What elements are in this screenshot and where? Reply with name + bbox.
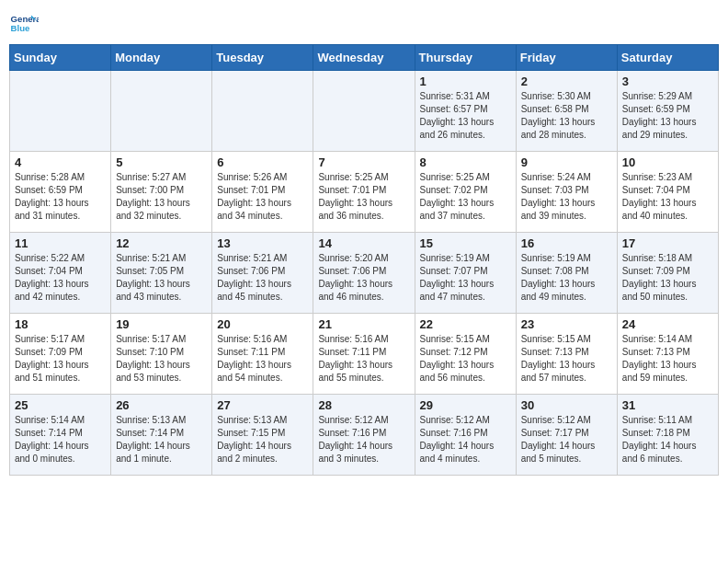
day-number: 25 <box>15 398 106 412</box>
day-info: Sunrise: 5:15 AM Sunset: 7:13 PM Dayligh… <box>521 333 612 385</box>
day-number: 19 <box>116 317 207 331</box>
day-number: 22 <box>420 317 511 331</box>
day-number: 23 <box>521 317 612 331</box>
day-info: Sunrise: 5:17 AM Sunset: 7:09 PM Dayligh… <box>15 333 106 385</box>
day-info: Sunrise: 5:16 AM Sunset: 7:11 PM Dayligh… <box>318 333 409 385</box>
day-number: 4 <box>15 155 106 169</box>
day-number: 18 <box>15 317 106 331</box>
calendar-cell: 2Sunrise: 5:30 AM Sunset: 6:58 PM Daylig… <box>516 71 617 152</box>
calendar-cell: 9Sunrise: 5:24 AM Sunset: 7:03 PM Daylig… <box>516 152 617 233</box>
calendar-week-1: 1Sunrise: 5:31 AM Sunset: 6:57 PM Daylig… <box>10 71 719 152</box>
calendar-cell: 26Sunrise: 5:13 AM Sunset: 7:14 PM Dayli… <box>111 395 212 476</box>
day-info: Sunrise: 5:17 AM Sunset: 7:10 PM Dayligh… <box>116 333 207 385</box>
calendar-week-5: 25Sunrise: 5:14 AM Sunset: 7:14 PM Dayli… <box>10 395 719 476</box>
calendar-cell: 21Sunrise: 5:16 AM Sunset: 7:11 PM Dayli… <box>313 314 415 395</box>
calendar-cell: 30Sunrise: 5:12 AM Sunset: 7:17 PM Dayli… <box>516 395 617 476</box>
day-info: Sunrise: 5:27 AM Sunset: 7:00 PM Dayligh… <box>116 171 207 223</box>
day-number: 8 <box>420 155 511 169</box>
weekday-header-sunday: Sunday <box>10 45 111 71</box>
day-info: Sunrise: 5:22 AM Sunset: 7:04 PM Dayligh… <box>15 252 106 304</box>
day-info: Sunrise: 5:19 AM Sunset: 7:08 PM Dayligh… <box>521 252 612 304</box>
day-number: 11 <box>15 236 106 250</box>
calendar-cell: 11Sunrise: 5:22 AM Sunset: 7:04 PM Dayli… <box>10 233 111 314</box>
day-info: Sunrise: 5:13 AM Sunset: 7:15 PM Dayligh… <box>217 414 308 465</box>
logo: General Blue <box>9 9 42 39</box>
calendar-cell: 10Sunrise: 5:23 AM Sunset: 7:04 PM Dayli… <box>617 152 718 233</box>
weekday-header-wednesday: Wednesday <box>313 45 415 71</box>
calendar-cell: 17Sunrise: 5:18 AM Sunset: 7:09 PM Dayli… <box>617 233 718 314</box>
day-number: 1 <box>420 75 511 88</box>
calendar-cell: 25Sunrise: 5:14 AM Sunset: 7:14 PM Dayli… <box>10 395 111 476</box>
day-info: Sunrise: 5:14 AM Sunset: 7:14 PM Dayligh… <box>15 414 106 465</box>
calendar-cell <box>111 71 212 152</box>
day-info: Sunrise: 5:29 AM Sunset: 6:59 PM Dayligh… <box>622 90 713 142</box>
calendar-cell: 23Sunrise: 5:15 AM Sunset: 7:13 PM Dayli… <box>516 314 617 395</box>
day-number: 14 <box>318 236 409 250</box>
weekday-header-tuesday: Tuesday <box>212 45 313 71</box>
day-info: Sunrise: 5:26 AM Sunset: 7:01 PM Dayligh… <box>217 171 308 223</box>
calendar-cell <box>313 71 415 152</box>
weekday-header-thursday: Thursday <box>415 45 516 71</box>
calendar-cell: 3Sunrise: 5:29 AM Sunset: 6:59 PM Daylig… <box>617 71 718 152</box>
calendar-cell: 12Sunrise: 5:21 AM Sunset: 7:05 PM Dayli… <box>111 233 212 314</box>
calendar-cell: 1Sunrise: 5:31 AM Sunset: 6:57 PM Daylig… <box>415 71 516 152</box>
calendar-cell: 7Sunrise: 5:25 AM Sunset: 7:01 PM Daylig… <box>313 152 415 233</box>
calendar-cell: 6Sunrise: 5:26 AM Sunset: 7:01 PM Daylig… <box>212 152 313 233</box>
day-info: Sunrise: 5:11 AM Sunset: 7:18 PM Dayligh… <box>622 414 713 465</box>
day-number: 28 <box>318 398 409 412</box>
day-info: Sunrise: 5:23 AM Sunset: 7:04 PM Dayligh… <box>622 171 713 223</box>
calendar-cell: 31Sunrise: 5:11 AM Sunset: 7:18 PM Dayli… <box>617 395 718 476</box>
day-number: 5 <box>116 155 207 169</box>
day-info: Sunrise: 5:12 AM Sunset: 7:16 PM Dayligh… <box>318 414 409 465</box>
calendar-cell: 18Sunrise: 5:17 AM Sunset: 7:09 PM Dayli… <box>10 314 111 395</box>
day-number: 31 <box>622 398 713 412</box>
calendar-cell: 16Sunrise: 5:19 AM Sunset: 7:08 PM Dayli… <box>516 233 617 314</box>
weekday-header-saturday: Saturday <box>617 45 718 71</box>
calendar-cell: 22Sunrise: 5:15 AM Sunset: 7:12 PM Dayli… <box>415 314 516 395</box>
day-number: 17 <box>622 236 713 250</box>
day-info: Sunrise: 5:16 AM Sunset: 7:11 PM Dayligh… <box>217 333 308 385</box>
day-number: 20 <box>217 317 308 331</box>
day-number: 15 <box>420 236 511 250</box>
weekday-header-monday: Monday <box>111 45 212 71</box>
day-number: 29 <box>420 398 511 412</box>
day-number: 13 <box>217 236 308 250</box>
calendar-cell <box>212 71 313 152</box>
day-info: Sunrise: 5:12 AM Sunset: 7:17 PM Dayligh… <box>521 414 612 465</box>
calendar-week-4: 18Sunrise: 5:17 AM Sunset: 7:09 PM Dayli… <box>10 314 719 395</box>
calendar-week-2: 4Sunrise: 5:28 AM Sunset: 6:59 PM Daylig… <box>10 152 719 233</box>
calendar-header: SundayMondayTuesdayWednesdayThursdayFrid… <box>10 45 719 71</box>
calendar-cell: 14Sunrise: 5:20 AM Sunset: 7:06 PM Dayli… <box>313 233 415 314</box>
day-number: 21 <box>318 317 409 331</box>
day-number: 7 <box>318 155 409 169</box>
day-number: 12 <box>116 236 207 250</box>
day-number: 16 <box>521 236 612 250</box>
weekday-header-friday: Friday <box>516 45 617 71</box>
svg-text:Blue: Blue <box>11 23 30 33</box>
day-number: 9 <box>521 155 612 169</box>
day-info: Sunrise: 5:21 AM Sunset: 7:05 PM Dayligh… <box>116 252 207 304</box>
calendar-week-3: 11Sunrise: 5:22 AM Sunset: 7:04 PM Dayli… <box>10 233 719 314</box>
day-info: Sunrise: 5:25 AM Sunset: 7:02 PM Dayligh… <box>420 171 511 223</box>
calendar-cell: 13Sunrise: 5:21 AM Sunset: 7:06 PM Dayli… <box>212 233 313 314</box>
calendar-cell: 27Sunrise: 5:13 AM Sunset: 7:15 PM Dayli… <box>212 395 313 476</box>
calendar-cell: 15Sunrise: 5:19 AM Sunset: 7:07 PM Dayli… <box>415 233 516 314</box>
day-info: Sunrise: 5:15 AM Sunset: 7:12 PM Dayligh… <box>420 333 511 385</box>
day-number: 30 <box>521 398 612 412</box>
day-number: 3 <box>622 75 713 88</box>
day-info: Sunrise: 5:21 AM Sunset: 7:06 PM Dayligh… <box>217 252 308 304</box>
calendar-table: SundayMondayTuesdayWednesdayThursdayFrid… <box>9 44 719 476</box>
day-number: 2 <box>521 75 612 88</box>
page-header: General Blue <box>9 9 719 39</box>
day-info: Sunrise: 5:30 AM Sunset: 6:58 PM Dayligh… <box>521 90 612 142</box>
calendar-cell: 19Sunrise: 5:17 AM Sunset: 7:10 PM Dayli… <box>111 314 212 395</box>
day-info: Sunrise: 5:24 AM Sunset: 7:03 PM Dayligh… <box>521 171 612 223</box>
day-info: Sunrise: 5:31 AM Sunset: 6:57 PM Dayligh… <box>420 90 511 142</box>
calendar-cell: 29Sunrise: 5:12 AM Sunset: 7:16 PM Dayli… <box>415 395 516 476</box>
day-info: Sunrise: 5:18 AM Sunset: 7:09 PM Dayligh… <box>622 252 713 304</box>
day-info: Sunrise: 5:28 AM Sunset: 6:59 PM Dayligh… <box>15 171 106 223</box>
day-number: 10 <box>622 155 713 169</box>
calendar-cell: 4Sunrise: 5:28 AM Sunset: 6:59 PM Daylig… <box>10 152 111 233</box>
day-number: 26 <box>116 398 207 412</box>
logo-icon: General Blue <box>9 9 39 39</box>
